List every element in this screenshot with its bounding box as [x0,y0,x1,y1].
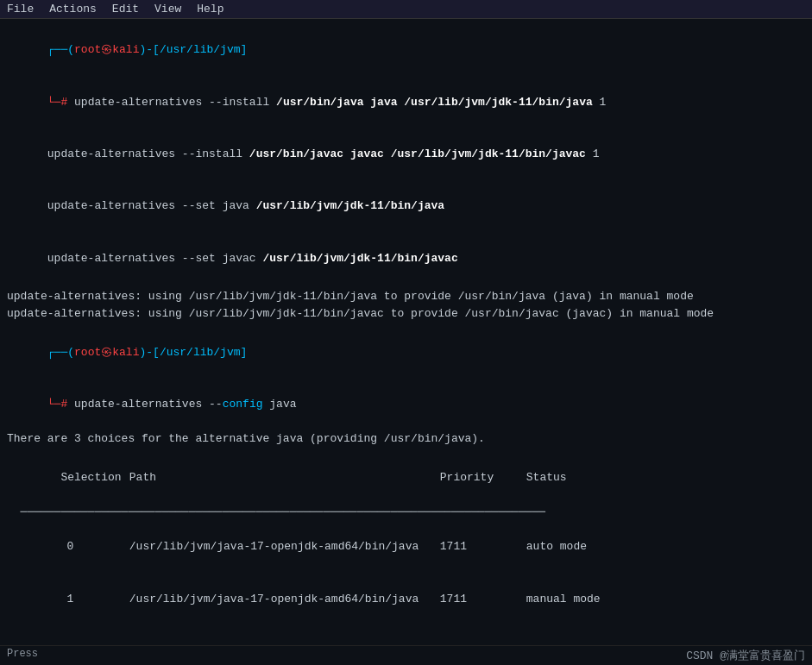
cmd-line-1: └─# update-alternatives --install /usr/b… [7,76,805,128]
choices-3-info: There are 3 choices for the alternative … [7,430,805,448]
menu-help[interactable]: Help [197,3,223,16]
cmd-bold-1: /usr/bin/java java /usr/lib/jvm/jdk-11/b… [276,96,593,109]
hash-1: └─# [47,96,74,109]
table1-row-1: 1/usr/lib/jvm/java-17-openjdk-amd64/bin/… [7,573,805,624]
info-line-2: update-alternatives: using /usr/lib/jvm/… [7,305,805,323]
bracket-close-1: )-[ [139,43,159,56]
user-1: root [74,43,101,56]
terminal-window: File Actions Edit View Help ┌──(root㉿kal… [0,0,812,665]
host-1: kali [112,43,139,56]
menu-edit[interactable]: Edit [112,3,139,16]
path-1: /usr/lib/jvm [160,43,241,56]
table1-row-0: 0/usr/lib/jvm/java-17-openjdk-amd64/bin/… [7,521,805,573]
out-line-1: update-alternatives --install /usr/bin/j… [7,129,805,180]
table1-row-2-selected: * 2/usr/lib/jvm/jdk-11/bin/java1manual m… [7,625,805,645]
out-line-3: update-alternatives --set javac /usr/lib… [7,233,805,285]
terminal-content: ┌──(root㉿kali)-[/usr/lib/jvm] └─# update… [0,19,812,645]
status-bar: Press CSDN @满堂富贵喜盈门 [0,645,812,665]
bracket-open-1: ┌──( [47,43,74,56]
table1-divider: ────────────────────────────────────────… [7,504,805,521]
prompt-line-1: ┌──(root㉿kali)-[/usr/lib/jvm] [7,24,805,76]
table1-header: SelectionPathPriorityStatus [7,451,805,503]
at-1: ㉿ [101,43,112,56]
cmd-line-2: └─# update-alternatives --config java [7,379,805,430]
watermark: CSDN @满堂富贵喜盈门 [686,648,805,663]
prompt-line-2: ┌──(root㉿kali)-[/usr/lib/jvm] [7,326,805,378]
cmd-1: update-alternatives --install [74,96,276,109]
menu-actions[interactable]: Actions [49,3,97,16]
bracket-end-1: ] [241,43,248,56]
out-line-2: update-alternatives --set java /usr/lib/… [7,180,805,232]
menu-view[interactable]: View [154,3,181,16]
menu-file[interactable]: File [7,3,34,16]
status-left: Press [7,648,38,663]
menu-bar: File Actions Edit View Help [0,0,812,19]
info-line-1: update-alternatives: using /usr/lib/jvm/… [7,288,805,305]
